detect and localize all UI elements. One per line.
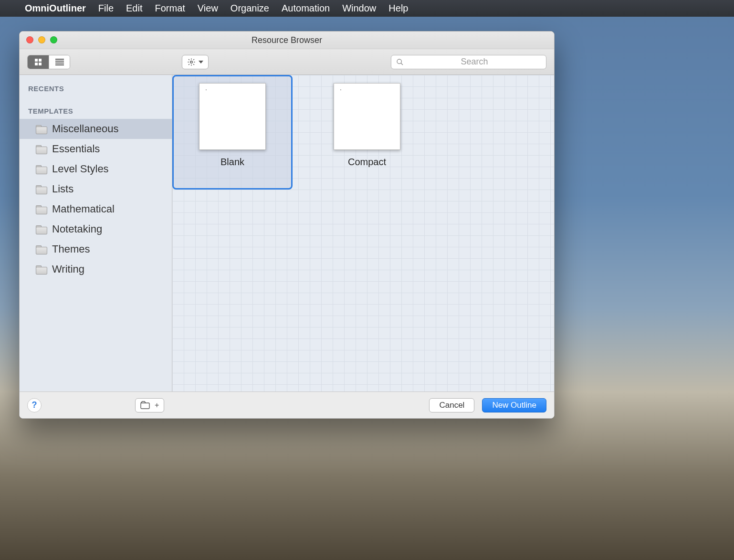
sidebar-item-level-styles[interactable]: Level Styles: [20, 159, 172, 179]
list-icon: [55, 59, 64, 65]
folder-icon: [36, 205, 46, 213]
svg-rect-11: [141, 403, 149, 409]
svg-rect-3: [39, 63, 42, 65]
sidebar-item-label: Essentials: [52, 143, 100, 155]
sidebar-item-label: Notetaking: [52, 223, 102, 235]
svg-rect-0: [35, 59, 38, 62]
sidebar-item-miscellaneous[interactable]: Miscellaneous: [20, 119, 172, 139]
sidebar-item-label: Lists: [52, 183, 73, 195]
search-icon: [396, 58, 404, 66]
folder-icon: [36, 225, 46, 233]
menubar-item-file[interactable]: File: [98, 3, 114, 14]
template-label: Compact: [348, 157, 386, 168]
chevron-down-icon: [199, 61, 203, 63]
menubar-appname[interactable]: OmniOutliner: [25, 3, 86, 14]
template-label: Blank: [220, 157, 244, 168]
menubar-item-view[interactable]: View: [198, 3, 218, 14]
window-controls: [26, 36, 57, 43]
sidebar-item-label: Level Styles: [52, 163, 109, 175]
list-view-button[interactable]: [49, 55, 70, 69]
close-window-button[interactable]: [26, 36, 33, 43]
macos-menubar: OmniOutliner File Edit Format View Organ…: [0, 0, 734, 17]
minimize-window-button[interactable]: [38, 36, 45, 43]
new-outline-button[interactable]: New Outline: [482, 398, 546, 412]
menubar-item-window[interactable]: Window: [342, 3, 376, 14]
gear-icon: [187, 58, 196, 66]
svg-rect-2: [35, 63, 38, 65]
menubar-item-edit[interactable]: Edit: [126, 3, 142, 14]
help-icon: ?: [32, 400, 37, 410]
sidebar-item-themes[interactable]: Themes: [20, 239, 172, 259]
svg-rect-5: [55, 61, 64, 62]
sidebar-item-label: Mathematical: [52, 203, 115, 215]
folder-icon: [36, 145, 46, 153]
window-body: RECENTS TEMPLATES Miscellaneous Essentia…: [20, 75, 554, 391]
sidebar-item-lists[interactable]: Lists: [20, 179, 172, 199]
menubar-item-organize[interactable]: Organize: [231, 3, 269, 14]
add-linked-folder-button[interactable]: +: [135, 398, 164, 412]
view-mode-segmented: [27, 55, 70, 69]
toolbar: [20, 49, 554, 75]
folder-icon: [36, 185, 46, 193]
sidebar-item-label: Miscellaneous: [52, 123, 118, 135]
template-card-blank[interactable]: Blank: [172, 75, 293, 190]
sidebar-section-recents[interactable]: RECENTS: [20, 82, 172, 96]
search-field[interactable]: [391, 55, 546, 69]
search-input[interactable]: [408, 57, 541, 67]
template-thumbnail: [334, 83, 400, 150]
sidebar-item-notetaking[interactable]: Notetaking: [20, 219, 172, 239]
window-footer: ? + Cancel New Outline: [20, 391, 554, 418]
sidebar-section-templates[interactable]: TEMPLATES: [20, 104, 172, 119]
cancel-button[interactable]: Cancel: [429, 398, 474, 412]
menubar-item-format[interactable]: Format: [155, 3, 185, 14]
grid-icon: [34, 58, 42, 66]
svg-rect-7: [55, 64, 64, 65]
template-grid: Blank Compact: [172, 75, 554, 391]
template-thumbnail: [199, 83, 266, 150]
window-titlebar: Resource Browser: [20, 32, 554, 49]
sidebar-item-mathematical[interactable]: Mathematical: [20, 199, 172, 219]
action-menu-button[interactable]: [182, 55, 209, 69]
plus-icon: +: [155, 401, 159, 410]
folder-icon: [36, 265, 46, 274]
window-title: Resource Browser: [252, 35, 322, 45]
sidebar-item-essentials[interactable]: Essentials: [20, 139, 172, 159]
template-card-compact[interactable]: Compact: [307, 75, 427, 190]
grid-view-button[interactable]: [28, 55, 49, 69]
sidebar-item-label: Writing: [52, 263, 84, 275]
linked-folder-icon: [140, 401, 153, 410]
svg-point-8: [190, 61, 193, 63]
folder-icon: [36, 165, 46, 173]
svg-rect-1: [39, 59, 42, 62]
svg-rect-4: [55, 59, 64, 60]
menubar-item-automation[interactable]: Automation: [282, 3, 330, 14]
resource-browser-window: Resource Browser RECENTS TEMPLATES: [19, 31, 555, 419]
zoom-window-button[interactable]: [50, 36, 57, 43]
sidebar-item-label: Themes: [52, 243, 90, 255]
sidebar-item-writing[interactable]: Writing: [20, 259, 172, 279]
menubar-item-help[interactable]: Help: [388, 3, 408, 14]
folder-icon: [36, 245, 46, 254]
folder-icon: [36, 125, 46, 133]
svg-point-9: [397, 59, 401, 63]
sidebar: RECENTS TEMPLATES Miscellaneous Essentia…: [20, 75, 172, 391]
help-button[interactable]: ?: [27, 398, 42, 412]
svg-rect-6: [55, 63, 64, 63]
svg-line-10: [401, 63, 403, 65]
